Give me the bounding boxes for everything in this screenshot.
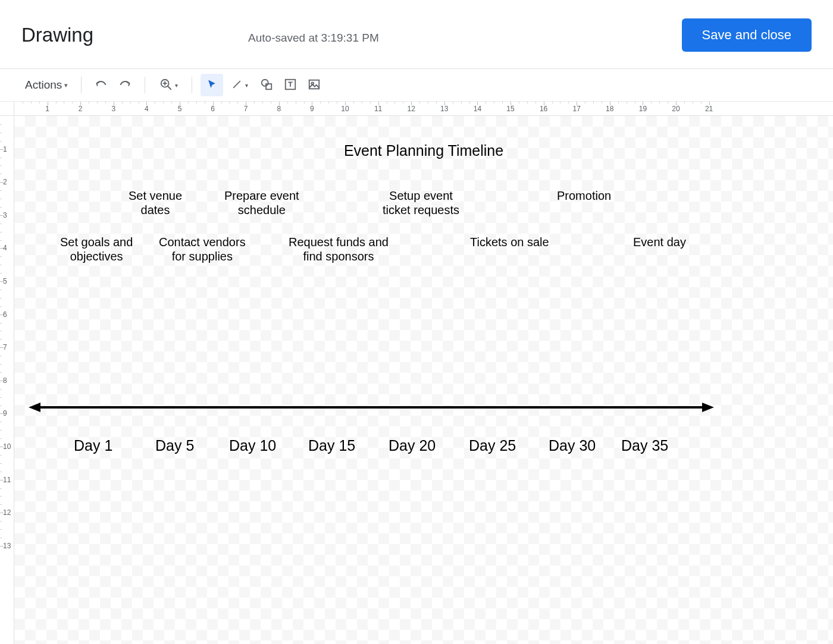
timeline-day-label[interactable]: Day 15	[308, 437, 355, 454]
ruler-corner	[0, 102, 14, 116]
drawing-text[interactable]: Request funds and find sponsors	[289, 235, 389, 263]
horizontal-ruler: 123456789101112131415161718192021	[14, 102, 833, 116]
timeline-day-label[interactable]: Day 10	[229, 437, 276, 454]
workspace: 123456789101112131415161718192021 123456…	[0, 102, 833, 644]
timeline-day-label[interactable]: Day 35	[621, 437, 668, 454]
drawing-canvas[interactable]: Event Planning Timeline Set venue datesP…	[14, 116, 833, 644]
actions-menu-button[interactable]: Actions	[20, 75, 73, 95]
ruler-v-number: 1	[3, 145, 7, 153]
line-icon	[231, 78, 243, 92]
line-tool-button[interactable]	[224, 74, 254, 96]
vertical-ruler: 12345678910111213	[0, 116, 14, 644]
undo-button[interactable]	[90, 74, 112, 96]
redo-button[interactable]	[114, 74, 136, 96]
drawing-text[interactable]: Contact vendors for supplies	[159, 235, 246, 263]
drawing-text[interactable]: Setup event ticket requests	[383, 189, 459, 217]
cursor-icon	[206, 78, 218, 92]
ruler-v-number: 2	[3, 178, 7, 186]
drawing-text[interactable]: Set venue dates	[129, 189, 182, 217]
drawing-title-text[interactable]: Event Planning Timeline	[344, 142, 503, 159]
textbox-icon	[284, 78, 297, 93]
ruler-h-number: 7	[244, 105, 248, 113]
ruler-v-number: 12	[3, 508, 11, 517]
svg-line-4	[233, 81, 240, 88]
svg-rect-6	[266, 84, 271, 89]
actions-label: Actions	[25, 78, 62, 92]
timeline-day-label[interactable]: Day 20	[389, 437, 436, 454]
ruler-h-number: 12	[408, 105, 415, 113]
toolbar: Actions	[0, 69, 833, 102]
ruler-h-number: 11	[374, 105, 382, 113]
ruler-h-number: 20	[672, 105, 679, 113]
ruler-v-number: 4	[3, 244, 7, 252]
redo-icon	[118, 78, 131, 93]
zoom-button[interactable]	[154, 74, 183, 96]
select-tool-button[interactable]	[201, 74, 223, 96]
ruler-h-number: 15	[506, 105, 514, 113]
timeline-day-label[interactable]: Day 1	[74, 437, 112, 454]
ruler-h-number: 1	[45, 105, 49, 113]
ruler-h-number: 2	[79, 105, 83, 113]
dialog-title: Drawing	[21, 24, 93, 46]
timeline-day-label[interactable]: Day 30	[549, 437, 596, 454]
drawing-text[interactable]: Event day	[633, 235, 686, 249]
ruler-h-number: 5	[178, 105, 182, 113]
ruler-v-number: 5	[3, 277, 7, 285]
toolbar-separator	[145, 77, 145, 93]
svg-marker-12	[702, 403, 714, 412]
ruler-h-number: 8	[277, 105, 281, 113]
ruler-v-number: 6	[3, 310, 7, 319]
save-and-close-button[interactable]: Save and close	[682, 18, 812, 52]
timeline-day-label[interactable]: Day 25	[469, 437, 516, 454]
ruler-v-number: 7	[3, 343, 7, 351]
ruler-h-number: 17	[573, 105, 581, 113]
image-icon	[308, 78, 321, 93]
timeline-day-label[interactable]: Day 5	[155, 437, 194, 454]
autosave-status: Auto-saved at 3:19:31 PM	[248, 32, 379, 45]
ruler-h-number: 14	[474, 105, 481, 113]
drawing-text[interactable]: Tickets on sale	[470, 235, 549, 249]
textbox-tool-button[interactable]	[279, 74, 302, 96]
drawing-text[interactable]: Set goals and objectives	[60, 235, 133, 263]
ruler-h-number: 9	[310, 105, 314, 113]
ruler-h-number: 3	[111, 105, 115, 113]
zoom-icon	[159, 78, 173, 93]
ruler-h-number: 18	[606, 105, 613, 113]
drawing-text[interactable]: Promotion	[557, 189, 611, 203]
ruler-h-number: 10	[341, 105, 349, 113]
toolbar-separator	[192, 77, 192, 93]
svg-point-5	[262, 79, 268, 86]
drawing-text[interactable]: Prepare event schedule	[224, 189, 299, 217]
ruler-v-number: 10	[3, 442, 11, 451]
ruler-v-number: 11	[3, 476, 11, 484]
svg-rect-8	[309, 80, 320, 89]
shape-icon	[260, 78, 273, 93]
svg-line-1	[168, 86, 171, 89]
ruler-h-number: 6	[211, 105, 215, 113]
ruler-h-number: 16	[540, 105, 547, 113]
ruler-v-number: 8	[3, 376, 7, 385]
ruler-v-number: 13	[3, 542, 11, 550]
header-left: Drawing Auto-saved at 3:19:31 PM	[21, 24, 379, 46]
svg-marker-11	[29, 403, 40, 412]
ruler-h-number: 19	[639, 105, 647, 113]
ruler-h-number: 4	[145, 105, 149, 113]
ruler-v-number: 3	[3, 211, 7, 219]
timeline-arrow[interactable]	[29, 400, 714, 414]
ruler-v-number: 9	[3, 409, 7, 417]
image-tool-button[interactable]	[303, 74, 325, 96]
toolbar-separator	[81, 77, 82, 93]
shape-tool-button[interactable]	[255, 74, 278, 96]
ruler-h-number: 13	[440, 105, 448, 113]
ruler-h-number: 21	[705, 105, 713, 113]
undo-icon	[95, 78, 108, 93]
dialog-header: Drawing Auto-saved at 3:19:31 PM Save an…	[0, 0, 833, 69]
